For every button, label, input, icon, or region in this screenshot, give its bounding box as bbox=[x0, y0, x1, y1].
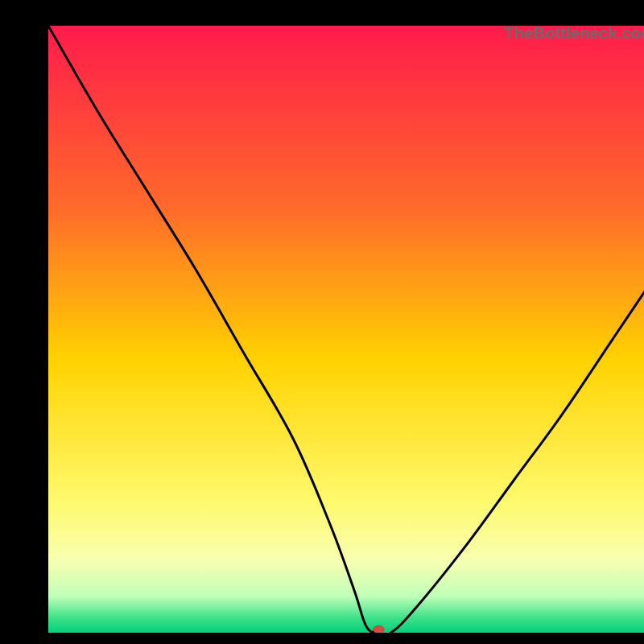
chart-svg bbox=[48, 26, 644, 633]
optimal-point-marker bbox=[373, 625, 384, 633]
chart-plot-area: TheBottleneck.com bbox=[48, 26, 644, 633]
watermark-text: TheBottleneck.com bbox=[504, 24, 644, 43]
chart-background bbox=[48, 26, 644, 633]
chart-frame: TheBottleneck.com bbox=[0, 0, 644, 644]
